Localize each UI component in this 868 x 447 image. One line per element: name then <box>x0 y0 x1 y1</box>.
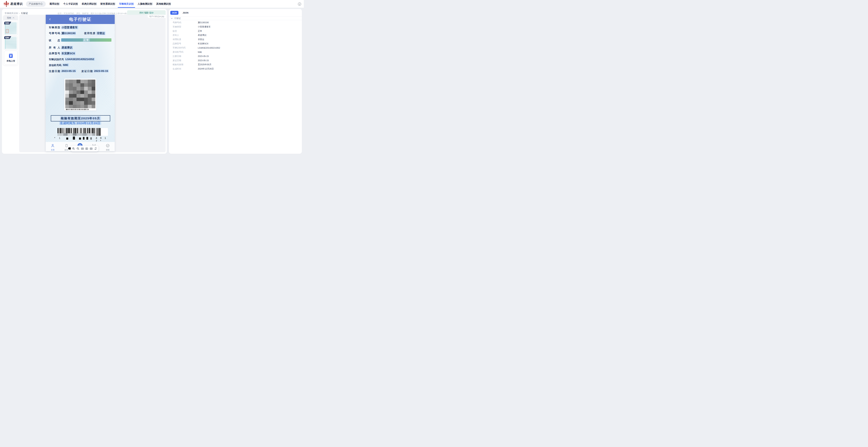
back-chevron-icon: ‹ <box>49 16 51 22</box>
license-nav-label: 主页 <box>51 149 55 151</box>
result-field-label: 注册日期 <box>169 55 198 58</box>
brand-logo: 易道博识 <box>4 1 23 6</box>
result-field-label: 所有人 <box>169 34 198 37</box>
license-field-label: 品牌型号 <box>49 52 60 55</box>
nav-item-7[interactable]: 其他检测识别 <box>156 0 171 8</box>
zoom-out-icon[interactable] <box>76 147 80 150</box>
nav-item-3[interactable]: 机构文档识别 <box>82 0 96 8</box>
result-row: 所有人易道博识 <box>169 33 302 37</box>
breadcrumb: 车辆相关识别 › 行驶证 <box>5 12 28 15</box>
fit-height-icon[interactable] <box>85 147 88 150</box>
generated-time-text: 生成时间为 2024年12月26日 <box>59 121 101 125</box>
breadcrumb-parent[interactable]: 车辆相关识别 <box>5 12 18 15</box>
nav-item-5[interactable]: 车辆相关识别 <box>119 0 134 8</box>
result-field-value: 长安牌SC6 <box>198 42 208 45</box>
timing-prefix: 用时 <box>139 11 144 14</box>
tab-ocr[interactable]: OCR <box>170 11 179 15</box>
barcode-digits: *14 9 1 7 * <box>54 136 111 140</box>
info-icon[interactable]: i <box>298 2 301 6</box>
license-field-row: 状 态正常 <box>49 39 113 42</box>
breadcrumb-separator: › <box>19 12 20 15</box>
reset-icon[interactable] <box>94 147 97 150</box>
local-upload-button[interactable]: 本地上传 <box>4 51 18 64</box>
license-field-row: 车辆类型小型普通客车 <box>49 26 113 30</box>
status-gradient-badge: 正常 <box>61 38 112 42</box>
license-field-label: 车辆识别代号 <box>49 58 64 61</box>
one-to-one-icon[interactable] <box>90 147 93 150</box>
result-field-label: 生成时间 <box>169 67 198 70</box>
examples-header[interactable]: 范例 <box>3 15 18 20</box>
seal-mark <box>6 29 9 33</box>
filename-tag: 电子行驶证ps.jpg <box>148 15 166 18</box>
zoom-in-icon[interactable] <box>72 147 75 150</box>
chevron-down-icon <box>171 18 173 19</box>
license-field-value: N9E <box>62 64 69 66</box>
license-field-label: 号牌号码 <box>49 32 60 35</box>
license-field-row: 注册日期2023-05-15发证日期2023-05-15 <box>49 69 113 73</box>
nav-item-1[interactable]: 通用识别 <box>50 0 59 8</box>
nav-item-6[interactable]: 人脸检测识别 <box>138 0 152 8</box>
workspace-panel: 车辆相关识别 › 行驶证 提示：可支持PNG、JPG、BMP等，图片大小须≤10… <box>2 9 167 154</box>
result-row: 状态正常 <box>169 29 302 33</box>
result-row: 品牌型号长安牌SC6 <box>169 41 302 46</box>
result-row: 检验有效期至2025年05月 <box>169 63 302 67</box>
tab-json[interactable]: JSON <box>181 11 190 15</box>
nav-item-2[interactable]: 个人卡证识别 <box>63 0 78 8</box>
qr-code-blurred <box>64 78 96 110</box>
examples-header-label: 范例 <box>7 17 11 19</box>
inspection-validity-text: 检验有效期至2025年05月 <box>60 117 101 121</box>
result-row: 注册日期2023-05-15 <box>169 54 302 59</box>
license-nav-授权: 授权 <box>103 144 113 151</box>
result-tabs: OCRJSON <box>170 11 190 15</box>
license-nav-主页: 主页 <box>48 144 58 151</box>
upload-box-icon <box>8 53 14 58</box>
result-section-header[interactable]: 行驶证 <box>169 17 302 20</box>
status-value: 正常 <box>83 38 90 42</box>
result-row: 发证日期2023-05-15 <box>169 58 302 63</box>
result-section-label: 行驶证 <box>175 17 181 20</box>
license-nav-label: 副页 <box>65 149 68 151</box>
result-field-value: 易道博识 <box>198 34 206 37</box>
result-rows: 号牌号码冀G190190车辆类型小型普通客车状态正常所有人易道博识使用性质非营运… <box>169 21 302 71</box>
license-title: 电子行驶证 <box>69 17 91 22</box>
result-field-value: LS4ASE201435214352 <box>198 47 220 49</box>
license-field-value: 2023-05-15 <box>94 69 109 72</box>
result-row: 使用性质非营运 <box>169 37 302 42</box>
license-field-row: 品牌型号长安牌SC6 <box>49 52 113 56</box>
example-card-2[interactable]: 范例2 <box>4 36 18 50</box>
portal-center-button[interactable]: 产品体验中心 <box>26 1 46 7</box>
result-field-label: 检验有效期 <box>169 63 198 66</box>
result-row: 车辆类型小型普通客车 <box>169 25 302 29</box>
result-field-value: N9E <box>198 51 202 53</box>
result-panel: OCRJSON 行驶证 号牌号码冀G190190车辆类型小型普通客车状态正常所有… <box>169 9 302 154</box>
barcode <box>58 128 108 136</box>
result-row: 发动机号码N9E <box>169 50 302 54</box>
result-field-value: 非营运 <box>198 38 204 41</box>
license-field-label: 发动机号码 <box>49 64 61 67</box>
result-field-label: 状态 <box>169 30 198 33</box>
license-field-value: 小型普通客车 <box>61 26 78 29</box>
license-field-value: 非营运 <box>96 32 105 35</box>
nav-item-4[interactable]: 财务票据识别 <box>100 0 115 8</box>
examples-sidebar: 范例 范例1范例2 本地上传 <box>3 15 18 65</box>
logo-icon <box>4 1 9 6</box>
result-row: 号牌号码冀G190190 <box>169 21 302 25</box>
upload-label: 本地上传 <box>7 60 15 62</box>
generated-time-line: 生成时间为 2024年12月26日 <box>55 121 105 125</box>
upload-hint: 提示：可支持PNG、JPG、BMP等，图片大小须≤10M (支持拖拽上传/ctr… <box>58 12 134 15</box>
image-viewer: 电子行驶证ps.jpg ‹ 电子行驶证 车辆类型小型普通客车号牌号码冀G1901… <box>19 15 166 152</box>
viewer-toolbar <box>71 146 98 152</box>
example-card-1[interactable]: 范例1 <box>4 22 18 35</box>
result-field-label: 发证日期 <box>169 59 198 62</box>
license-field-row: 号牌号码冀G190190使用性质非营运 <box>49 32 113 35</box>
license-field-row: 车辆识别代号LS4ASE201435214352 <box>49 58 113 62</box>
timing-value: 523 <box>144 11 148 14</box>
result-row: 生成时间2024年12月26日 <box>169 67 302 71</box>
brand-name: 易道博识 <box>10 2 23 6</box>
license-nav-label: 授权 <box>106 149 110 151</box>
result-field-value: 2024年12月26日 <box>198 67 214 70</box>
page-icon <box>65 144 68 148</box>
fit-width-icon[interactable] <box>81 147 84 150</box>
result-field-label: 车辆识别代码 <box>169 46 198 49</box>
result-field-label: 号牌号码 <box>169 21 198 24</box>
